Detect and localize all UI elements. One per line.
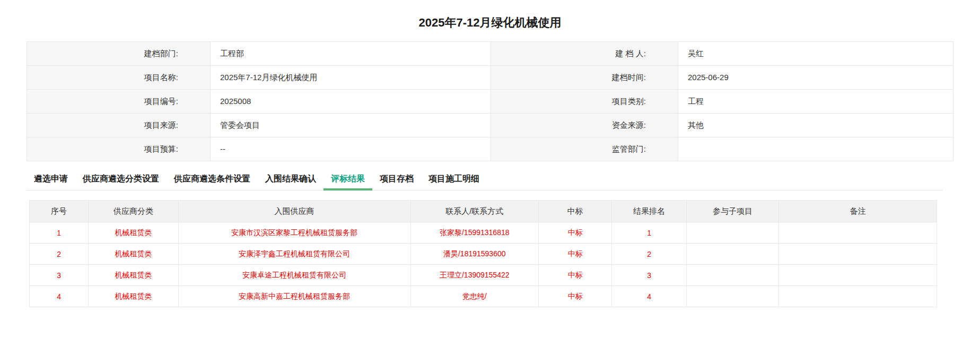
cell-0: 1	[30, 222, 89, 244]
column-header: 结果排名	[612, 201, 686, 222]
cell-5: 4	[612, 286, 686, 307]
info-table: 建档部门:工程部建 档 人:吴红项目名称:2025年7-12月绿化机械使用建档时…	[27, 41, 953, 161]
cell-4: 中标	[538, 286, 612, 307]
cell-4: 中标	[538, 265, 612, 286]
cell-0: 4	[30, 286, 89, 307]
results-table-head: 序号供应商分类入围供应商联系人/联系方式中标结果排名参与子项目备注	[30, 201, 937, 222]
cell-3: 张家黎/15991316818	[410, 222, 538, 244]
tab-1[interactable]: 遴选申请	[27, 170, 75, 190]
cell-7	[779, 265, 937, 286]
column-header: 参与子项目	[686, 201, 779, 222]
info-value: 2025-06-29	[678, 66, 953, 90]
column-header: 备注	[779, 201, 937, 222]
cell-2: 安康高新中嘉工程机械租赁服务部	[178, 286, 410, 307]
cell-3: 王理立/13909155422	[410, 265, 538, 286]
info-label: 建档时间:	[491, 66, 678, 90]
table-row: 4机械租赁类安康高新中嘉工程机械租赁服务部党忠纯/中标4	[30, 286, 937, 307]
info-value: 其他	[678, 114, 953, 137]
info-label: 项目名称:	[27, 66, 211, 90]
cell-2: 安康市汉滨区家黎工程机械租赁服务部	[178, 222, 410, 244]
tab-4[interactable]: 入围结果确认	[258, 170, 323, 190]
info-label: 资金来源:	[491, 114, 678, 137]
cell-7	[779, 286, 937, 307]
table-row: 2机械租赁类安康泽宇鑫工程机械租赁有限公司潘昊/18191593600中标2	[30, 244, 937, 265]
tab-2[interactable]: 供应商遴选分类设置	[75, 170, 167, 190]
cell-4: 中标	[538, 244, 612, 265]
tabs: 遴选申请供应商遴选分类设置供应商遴选条件设置入围结果确认评标结果项目存档项目施工…	[27, 170, 943, 191]
info-value: 2025年7-12月绿化机械使用	[211, 66, 491, 90]
table-row: 3机械租赁类安康卓途工程机械租赁有限公司王理立/13909155422中标3	[30, 265, 937, 286]
table-row: 1机械租赁类安康市汉滨区家黎工程机械租赁服务部张家黎/15991316818中标…	[30, 222, 937, 244]
info-value: --	[211, 137, 491, 161]
cell-5: 2	[612, 244, 686, 265]
info-label: 监管部门:	[491, 137, 678, 161]
cell-0: 2	[30, 244, 89, 265]
cell-6	[686, 286, 779, 307]
column-header: 中标	[538, 201, 612, 222]
cell-3: 潘昊/18191593600	[410, 244, 538, 265]
results-table: 序号供应商分类入围供应商联系人/联系方式中标结果排名参与子项目备注 1机械租赁类…	[29, 200, 937, 307]
cell-4: 中标	[538, 222, 612, 244]
cell-6	[686, 265, 779, 286]
cell-3: 党忠纯/	[410, 286, 538, 307]
cell-7	[779, 222, 937, 244]
cell-5: 1	[612, 222, 686, 244]
column-header: 序号	[30, 201, 89, 222]
info-value: 工程部	[211, 42, 491, 66]
tab-5-active[interactable]: 评标结果	[323, 170, 372, 190]
tab-7[interactable]: 项目施工明细	[421, 170, 487, 190]
info-value: 2025008	[211, 90, 491, 114]
cell-5: 3	[612, 265, 686, 286]
info-label: 项目编号:	[27, 90, 211, 114]
cell-1: 机械租赁类	[89, 222, 178, 244]
cell-7	[779, 244, 937, 265]
cell-0: 3	[30, 265, 89, 286]
info-label: 项目来源:	[27, 114, 211, 137]
info-value: 工程	[678, 90, 953, 114]
results-table-body: 1机械租赁类安康市汉滨区家黎工程机械租赁服务部张家黎/15991316818中标…	[30, 222, 937, 307]
column-header: 入围供应商	[178, 201, 410, 222]
info-label: 项目类别:	[491, 90, 678, 114]
cell-1: 机械租赁类	[89, 265, 178, 286]
info-value: 吴红	[678, 42, 953, 66]
cell-2: 安康泽宇鑫工程机械租赁有限公司	[178, 244, 410, 265]
cell-1: 机械租赁类	[89, 244, 178, 265]
column-header: 供应商分类	[89, 201, 178, 222]
header-row: 序号供应商分类入围供应商联系人/联系方式中标结果排名参与子项目备注	[30, 201, 937, 222]
cell-6	[686, 222, 779, 244]
cell-1: 机械租赁类	[89, 286, 178, 307]
info-label: 建档部门:	[27, 42, 211, 66]
results-table-wrap: 序号供应商分类入围供应商联系人/联系方式中标结果排名参与子项目备注 1机械租赁类…	[29, 200, 937, 307]
info-label: 建 档 人:	[491, 42, 678, 66]
cell-6	[686, 244, 779, 265]
page-title: 2025年7-12月绿化机械使用	[0, 0, 980, 31]
tab-6[interactable]: 项目存档	[372, 170, 421, 190]
info-label: 项目预算:	[27, 137, 211, 161]
tab-3[interactable]: 供应商遴选条件设置	[167, 170, 258, 190]
cell-2: 安康卓途工程机械租赁有限公司	[178, 265, 410, 286]
info-value: 管委会项目	[211, 114, 491, 137]
column-header: 联系人/联系方式	[410, 201, 538, 222]
info-value	[678, 137, 953, 161]
